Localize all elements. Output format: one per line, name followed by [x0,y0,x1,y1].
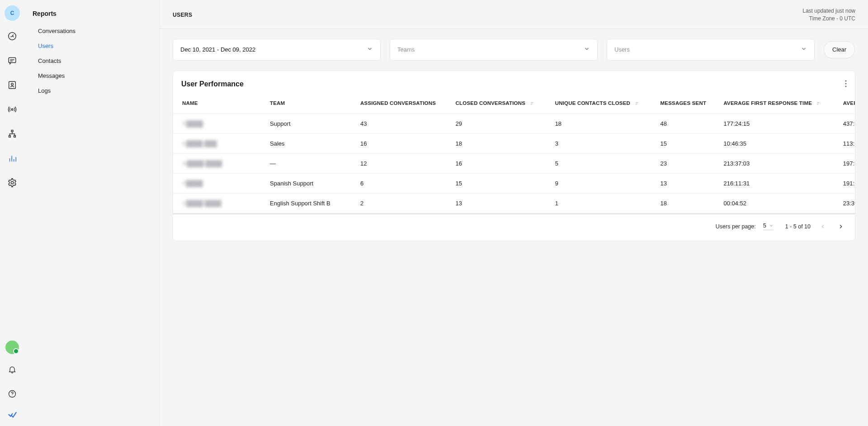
cell-assigned: 43 [354,114,449,133]
cell-messagesSent: 13 [654,173,717,193]
per-page-value: 5 [763,222,766,229]
table-header-row: NAME TEAM ASSIGNED CONVERSATIONS CLOSED … [173,91,855,114]
cell-team: Sales [264,133,354,153]
cell-name: R████ [173,114,264,133]
nav-workflows-icon[interactable] [3,125,21,143]
col-unique-contacts-closed[interactable]: UNIQUE CONTACTS CLOSED [549,91,654,114]
cell-closed: 29 [449,114,549,133]
notifications-icon[interactable] [3,360,21,379]
chevron-down-icon [584,46,590,53]
cell-name: M████ ████ [173,153,264,173]
svg-point-15 [11,181,14,184]
cell-uniqueClosed: 1 [549,193,654,213]
user-performance-card: User Performance NAME TEAM ASSIGNED CONV… [173,71,855,241]
col-messages-sent[interactable]: MESSAGES SENT [654,91,717,114]
col-avg-first-response[interactable]: AVERAGE FIRST RESPONSE TIME [717,91,836,114]
timezone-text: Time Zone - 0 UTC [802,15,855,23]
cell-closed: 13 [449,193,549,213]
cell-avg2: 191:29:2 [837,173,855,193]
users-placeholder: Users [614,46,630,53]
sidebar-item-conversations[interactable]: Conversations [24,24,160,38]
nav-conversations-icon[interactable] [3,52,21,70]
cell-name: D████ ████ [173,193,264,213]
cell-team: Support [264,114,354,133]
table-row[interactable]: P████Spanish Support615913216:11:31191:2… [173,173,855,193]
col-assigned-conversations[interactable]: ASSIGNED CONVERSATIONS [354,91,449,114]
svg-point-6 [11,83,14,85]
sort-icon [632,100,640,106]
col-unique-label: UNIQUE CONTACTS CLOSED [555,100,630,106]
cell-avgFirstResponse: 216:11:31 [717,173,836,193]
col-name[interactable]: NAME [173,91,264,114]
chevron-down-icon [801,46,807,53]
cell-avgFirstResponse: 177:24:15 [717,114,836,133]
cell-assigned: 12 [354,153,449,173]
cell-avg2: 437:38:3 [837,114,855,133]
cell-uniqueClosed: 3 [549,133,654,153]
page-title: USERS [173,12,192,18]
sidebar-item-users[interactable]: Users [24,38,160,53]
cell-closed: 18 [449,133,549,153]
cell-messagesSent: 23 [654,153,717,173]
chevron-left-icon [820,223,826,230]
user-status-avatar[interactable] [5,341,19,354]
col-closed-conversations[interactable]: CLOSED CONVERSATIONS [449,91,549,114]
svg-rect-2 [9,58,16,63]
nav-broadcast-icon[interactable] [3,100,21,118]
sort-icon [813,100,821,106]
sort-icon [527,100,535,106]
workspace-avatar[interactable]: C [5,5,20,21]
filters-row: Dec 10, 2021 - Dec 09, 2022 Teams Users … [160,29,868,61]
col-avg-partial[interactable]: AVERAGE [837,91,855,114]
cell-uniqueClosed: 18 [549,114,654,133]
sidebar-item-messages[interactable]: Messages [24,68,160,83]
main-content: USERS Last updated just now Time Zone - … [160,0,868,426]
table-row[interactable]: D████ ████English Support Shift B2131180… [173,193,855,213]
date-range-dropdown[interactable]: Dec 10, 2021 - Dec 09, 2022 [173,39,381,61]
svg-point-19 [845,83,846,84]
last-updated-text: Last updated just now [802,7,855,15]
nav-dashboard-icon[interactable] [3,27,21,45]
table-scroll[interactable]: NAME TEAM ASSIGNED CONVERSATIONS CLOSED … [173,91,855,214]
help-icon[interactable] [3,385,21,403]
per-page-select[interactable]: 5 [763,222,774,230]
per-page-label: Users per page: [716,223,756,230]
workspace-avatar-letter: C [10,10,14,16]
svg-rect-8 [11,130,13,132]
card-menu-button[interactable] [845,80,847,89]
sidebar-item-contacts[interactable]: Contacts [24,53,160,68]
nav-reports-icon[interactable] [3,149,21,167]
cell-name: K████ ███ [173,133,264,153]
chevron-down-icon [769,223,774,228]
nav-settings-icon[interactable] [3,174,21,192]
cell-avg2: 23:39:03 [837,193,855,213]
table-row[interactable]: R████Support43291848177:24:15437:38:3 [173,114,855,133]
col-team[interactable]: TEAM [264,91,354,114]
teams-dropdown[interactable]: Teams [390,39,598,61]
table-row[interactable]: M████ ████—1216523213:37:03197:34:5 [173,153,855,173]
users-dropdown[interactable]: Users [607,39,815,61]
reports-sidebar: Reports Conversations Users Contacts Mes… [24,0,160,426]
topbar: USERS Last updated just now Time Zone - … [160,0,868,29]
svg-point-7 [11,109,13,110]
brand-mark-icon [7,409,17,421]
cell-assigned: 6 [354,173,449,193]
cell-closed: 16 [449,153,549,173]
svg-point-17 [12,396,13,396]
card-title: User Performance [181,80,244,88]
cell-messagesSent: 48 [654,114,717,133]
sidebar-item-logs[interactable]: Logs [24,83,160,98]
cell-uniqueClosed: 5 [549,153,654,173]
cell-team: — [264,153,354,173]
sidebar-title: Reports [24,0,160,24]
table-row[interactable]: K████ ███Sales161831510:46:35113:18:4 [173,133,855,153]
teams-placeholder: Teams [397,46,415,53]
next-page-button[interactable] [835,221,847,232]
svg-point-20 [845,85,846,87]
clear-filters-button[interactable]: Clear [824,41,855,58]
cell-messagesSent: 18 [654,193,717,213]
svg-point-18 [845,80,846,81]
nav-contacts-icon[interactable] [3,76,21,94]
cell-avgFirstResponse: 10:46:35 [717,133,836,153]
prev-page-button[interactable] [817,221,829,232]
